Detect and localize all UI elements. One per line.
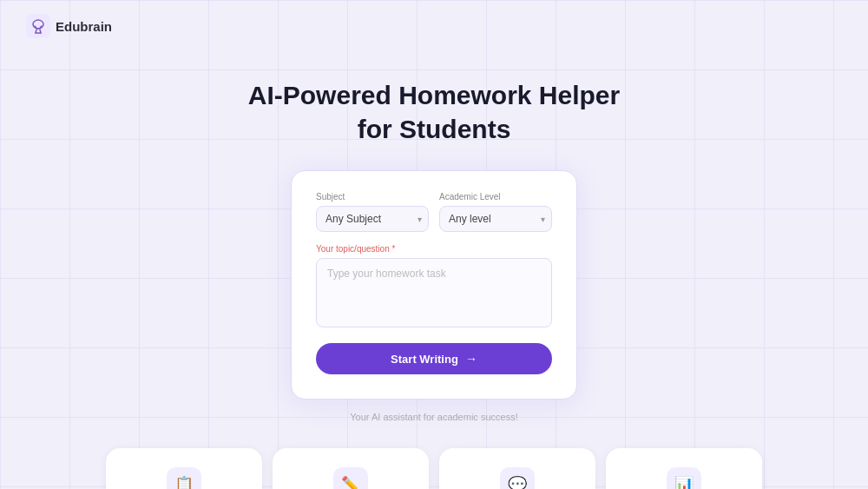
topic-label: Your topic/question * xyxy=(316,244,552,254)
start-writing-button[interactable]: Start Writing → xyxy=(316,343,552,374)
realtime-icon: 📊 xyxy=(667,467,701,489)
feature-card-realtime: 📊 Real-time xyxy=(606,448,762,489)
hero-title: AI-Powered Homework Helper for Students xyxy=(239,78,629,146)
level-field-group: Academic Level Any level Elementary Midd… xyxy=(439,192,552,232)
start-writing-label: Start Writing xyxy=(391,353,458,366)
subtitle-text: Your AI assistant for academic success! xyxy=(350,412,517,422)
required-indicator: * xyxy=(390,244,396,254)
main-content: AI-Powered Homework Helper for Students … xyxy=(0,52,868,489)
feature-card-free: ✏️ 100% Free xyxy=(273,448,429,489)
feature-card-immediate: 💬 Immediate xyxy=(439,448,595,489)
brand-name: Edubrain xyxy=(56,19,112,34)
topic-field-group: Your topic/question * xyxy=(316,244,552,327)
subject-select-wrapper: Any Subject Math Science English History… xyxy=(316,206,429,232)
any-icon: 📋 xyxy=(167,467,201,489)
topic-textarea[interactable] xyxy=(316,258,552,327)
features-row: 📋 Any ✏️ 100% Free 💬 Immediate 📊 Real-ti… xyxy=(0,448,868,489)
svg-rect-1 xyxy=(26,14,50,38)
dropdowns-row: Subject Any Subject Math Science English… xyxy=(316,192,552,232)
subject-select[interactable]: Any Subject Math Science English History… xyxy=(316,206,429,232)
logo-icon xyxy=(26,14,50,38)
level-select[interactable]: Any level Elementary Middle School High … xyxy=(439,206,552,232)
level-label: Academic Level xyxy=(439,192,552,202)
feature-card-any: 📋 Any xyxy=(106,448,262,489)
logo: Edubrain xyxy=(26,14,112,38)
immediate-icon: 💬 xyxy=(500,467,535,489)
subject-field-group: Subject Any Subject Math Science English… xyxy=(316,192,429,232)
arrow-right-icon: → xyxy=(465,352,477,366)
free-icon: ✏️ xyxy=(333,467,368,489)
level-select-wrapper: Any level Elementary Middle School High … xyxy=(439,206,552,232)
navbar: Edubrain xyxy=(0,0,868,52)
form-card: Subject Any Subject Math Science English… xyxy=(291,170,577,400)
subject-label: Subject xyxy=(316,192,429,202)
